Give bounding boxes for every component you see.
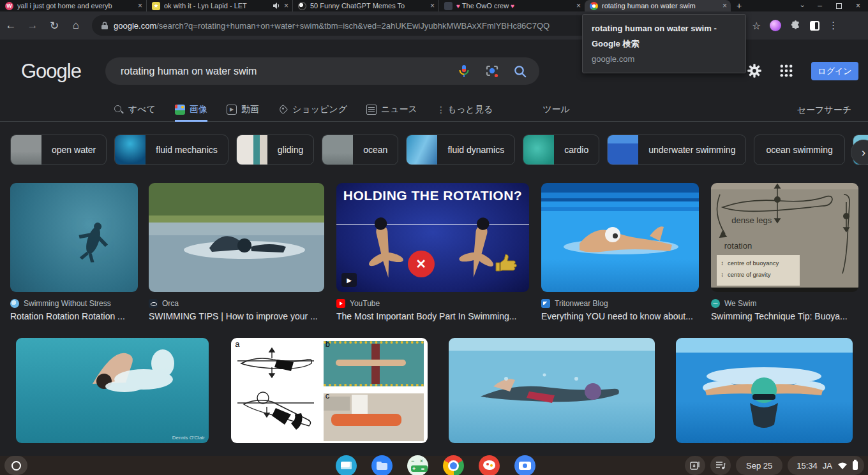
voice-search-mic-icon[interactable]	[456, 64, 472, 79]
chip-fluid-mechanics[interactable]: fluid mechanics	[114, 135, 228, 165]
media-controls-tray-button[interactable]	[710, 456, 731, 475]
result-title-link[interactable]: Rotation Rotation Rotation ...	[10, 311, 138, 321]
chip-fluid-dynamics[interactable]: fluid dynamics	[406, 135, 515, 165]
date-button[interactable]: Sep 25	[736, 456, 782, 475]
tab-more[interactable]: ⋮もっと見る	[437, 98, 493, 122]
search-box[interactable]: rotating human on water swim	[105, 57, 539, 85]
launcher-ring-icon	[11, 461, 21, 471]
close-window-button[interactable]: ×	[856, 2, 860, 10]
result-caption-5: We Swim Swimming Technique Tip: Buoya...	[711, 298, 858, 321]
camera-app-icon[interactable]	[514, 455, 535, 475]
browser-tab-active[interactable]: rotating human on water swim ×	[585, 0, 731, 11]
files-app-icon[interactable]	[371, 455, 393, 475]
extensions-puzzle-icon[interactable]	[790, 20, 801, 31]
toolbar-actions: ☆ ⋮	[733, 20, 838, 32]
forward-button[interactable]: →	[22, 19, 43, 32]
chromeos-shelf: Sep 25 15:34 JA	[0, 456, 868, 475]
chip-ocean[interactable]: ocean	[322, 135, 398, 165]
screen-capture-tray-button[interactable]	[685, 456, 705, 475]
swimmer-art	[554, 218, 688, 269]
tab-close-icon[interactable]: ×	[138, 2, 142, 10]
search-query-text[interactable]: rotating human on water swim	[121, 66, 444, 77]
tab-audio-speaker-icon[interactable]	[273, 2, 280, 10]
browser-tab-3[interactable]: 50 Funny ChatGPT Memes To ×	[292, 0, 438, 11]
tab-strip: W yall i just got home and everyb × ★ ok…	[0, 0, 868, 11]
video-play-overlay-icon: ▶	[341, 273, 357, 287]
chip-ocean-swimming[interactable]: ocean swimming	[754, 135, 844, 165]
chip-open-water[interactable]: open water	[10, 135, 107, 165]
panel-label-c: c	[326, 391, 330, 400]
image-result-5[interactable]: dense legs rotation ↕centre of buoyancy …	[711, 183, 858, 292]
google-apps-grid-icon[interactable]	[779, 63, 794, 78]
video-result-3[interactable]: HOLDING THE ROTATION? ✕ ▶	[336, 183, 529, 292]
thumbnail-title-text: HOLDING THE ROTATION?	[336, 188, 529, 203]
chrome-app-icon[interactable]	[443, 455, 464, 475]
settings-gear-icon[interactable]	[747, 63, 762, 78]
google-logo[interactable]: Google	[21, 60, 81, 83]
tab-all[interactable]: すべて	[114, 98, 156, 122]
result-caption-4: Tritonwear Blog Everything YOU need to k…	[541, 298, 699, 321]
shopping-tag-icon	[278, 105, 288, 115]
browser-tab-1[interactable]: W yall i just got home and everyb ×	[0, 0, 146, 11]
browser-tab-2[interactable]: ★ ok with it - Lyn Lapid - LET ×	[146, 0, 292, 11]
extension-avatar-icon[interactable]	[770, 20, 781, 31]
home-button[interactable]: ⌂	[65, 19, 87, 32]
swimmer-art	[468, 363, 634, 427]
tab-tools[interactable]: ツール	[542, 98, 570, 122]
tab-tooltip: rotating human on water swim - Google 検索…	[582, 14, 746, 73]
google-lens-icon[interactable]	[484, 64, 500, 79]
panel-photo-c	[324, 393, 424, 441]
new-tab-button[interactable]: +	[731, 0, 747, 11]
image-result-8[interactable]	[449, 338, 655, 443]
image-result-1[interactable]	[10, 183, 138, 292]
bookmark-star-icon[interactable]: ☆	[752, 20, 761, 32]
image-result-2[interactable]	[149, 183, 324, 292]
login-button[interactable]: ログイン	[811, 62, 858, 80]
chip-gliding[interactable]: gliding	[236, 135, 314, 165]
search-submit-icon[interactable]	[513, 64, 528, 79]
safesearch-button[interactable]: セーフサーチ	[797, 98, 851, 122]
panel-label-b: b	[326, 339, 330, 349]
tab-close-icon[interactable]: ×	[576, 2, 581, 10]
result-title-link[interactable]: The Most Important Body Part In Swimming…	[336, 311, 529, 321]
tab-news[interactable]: ニュース	[366, 98, 417, 122]
launcher-button[interactable]	[4, 456, 27, 475]
image-result-6[interactable]: Dennis O'Clair	[16, 338, 209, 443]
related-chips-row: open water fluid mechanics gliding ocean…	[10, 135, 868, 165]
diagram-legend: ↕centre of buoyancy ↕centre of gravity	[717, 255, 799, 286]
status-area[interactable]: 15:34 JA	[788, 456, 864, 475]
image-result-4[interactable]	[541, 183, 699, 292]
reload-button[interactable]: ↻	[43, 19, 65, 33]
google-favicon-icon	[590, 2, 598, 10]
tab-close-icon[interactable]: ×	[722, 2, 727, 10]
result-title-link[interactable]: SWIMMING TIPS | How to improve your ...	[149, 311, 324, 321]
tab-shopping[interactable]: ショッピング	[278, 98, 347, 122]
canvas-app-icon[interactable]	[479, 455, 500, 475]
chip-cardio[interactable]: cardio	[523, 135, 599, 165]
browser-tab-4[interactable]: ♥ The OwO crew ♥ ×	[438, 0, 585, 11]
restore-window-button[interactable]	[836, 3, 842, 9]
lock-icon	[101, 21, 108, 30]
tab-search-chevron-icon[interactable]: ›	[799, 4, 806, 7]
browser-menu-icon[interactable]: ⋮	[828, 20, 838, 31]
gold-thumbs-up-icon	[492, 252, 518, 273]
explore-app-icon[interactable]	[336, 455, 357, 475]
chip-thumbnail	[608, 135, 638, 165]
image-result-7[interactable]: a b c	[231, 338, 428, 443]
tab-close-icon[interactable]: ×	[284, 2, 288, 10]
tab-close-icon[interactable]: ×	[430, 2, 435, 10]
chip-thumbnail	[523, 135, 554, 165]
side-panel-icon[interactable]	[810, 21, 819, 31]
minimize-button[interactable]: –	[818, 2, 822, 10]
heart-icon: ♥	[456, 3, 460, 10]
tab-videos[interactable]: ▶動画	[227, 98, 259, 122]
tab-images[interactable]: 画像	[175, 98, 207, 122]
result-title-link[interactable]: Swimming Technique Tip: Buoya...	[711, 311, 858, 321]
back-button[interactable]: ←	[0, 19, 22, 32]
calculator-app-icon[interactable]	[407, 455, 428, 475]
search-nav-row: すべて 画像 ▶動画 ショッピング ニュース ⋮もっと見る ツール セーフサーチ	[0, 98, 868, 122]
red-x-badge-icon: ✕	[408, 251, 435, 277]
chip-underwater-swimming[interactable]: underwater swimming	[607, 135, 746, 165]
result-title-link[interactable]: Everything YOU need to know about...	[541, 311, 699, 321]
image-result-9[interactable]	[676, 338, 853, 443]
